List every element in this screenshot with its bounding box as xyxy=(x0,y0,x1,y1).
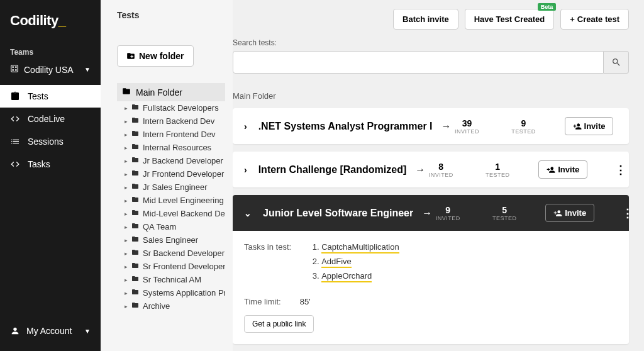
clipboard-icon xyxy=(10,91,20,101)
folder-item[interactable]: ▸ Archive xyxy=(125,299,225,313)
invite-button[interactable]: Invite xyxy=(545,204,594,222)
invited-stat: 8 INVITED xyxy=(425,162,457,178)
folder-label: Jr Frontend Developer xyxy=(143,169,224,179)
folder-label: Mid Level Engineering xyxy=(143,196,224,205)
open-test-arrow-icon[interactable]: → xyxy=(415,164,425,176)
caret-right-icon: ▸ xyxy=(125,198,128,204)
folder-item[interactable]: ▸ Intern Frontend Dev xyxy=(125,128,225,141)
batch-invite-button[interactable]: Batch invite xyxy=(393,9,458,30)
folder-item[interactable]: ▸ Sr Frontend Developer xyxy=(125,260,225,273)
main-folder[interactable]: Main Folder xyxy=(117,83,225,101)
team-selector[interactable]: Codility USA ▼ xyxy=(0,59,101,85)
search-input[interactable] xyxy=(233,51,604,74)
caret-right-icon: ▸ xyxy=(125,118,128,125)
task-link[interactable]: AddFive xyxy=(321,257,352,268)
have-test-created-button[interactable]: Beta Have Test Created xyxy=(465,9,554,30)
search-button[interactable] xyxy=(604,51,629,74)
folder-item[interactable]: ▸ Sr Technical AM xyxy=(125,273,225,286)
new-folder-button[interactable]: New folder xyxy=(117,45,194,67)
invite-button[interactable]: Invite xyxy=(538,160,587,179)
folder-label: QA Team xyxy=(143,222,176,231)
nav-tasks[interactable]: Tasks xyxy=(0,153,101,176)
folder-label: Archive xyxy=(143,301,170,311)
code-icon xyxy=(10,114,20,124)
add-user-icon xyxy=(573,122,582,131)
task-link[interactable]: AppleOrchard xyxy=(321,271,372,282)
caret-down-icon: ▼ xyxy=(84,328,91,335)
plus-icon: + xyxy=(570,14,575,24)
folder-label: Internal Resources xyxy=(143,143,211,152)
logo[interactable]: Codility_ xyxy=(0,0,101,42)
create-test-button[interactable]: +Create test xyxy=(560,9,629,30)
team-name: Codility USA xyxy=(24,65,74,75)
account-label: My Account xyxy=(26,326,72,336)
caret-right-icon: ▸ xyxy=(125,224,128,230)
nav-tests[interactable]: Tests xyxy=(0,85,101,108)
brackets-icon xyxy=(10,159,20,169)
public-link-button[interactable]: Get a public link xyxy=(244,315,314,333)
folder-item[interactable]: ▸ Sales Engineer xyxy=(125,233,225,247)
nav-label: Sessions xyxy=(28,136,64,147)
tested-count: 9 xyxy=(508,118,540,128)
caret-right-icon: ▸ xyxy=(125,237,128,243)
more-icon[interactable]: ⋮ xyxy=(638,120,644,133)
svg-rect-0 xyxy=(11,65,18,72)
add-user-icon xyxy=(547,165,555,174)
folder-item[interactable]: ▸ Fullstack Developers xyxy=(125,101,225,114)
account-menu[interactable]: My Account ▼ xyxy=(0,316,101,351)
open-test-arrow-icon[interactable]: → xyxy=(441,121,452,132)
folder-item[interactable]: ▸ Intern Backend Dev xyxy=(125,114,225,128)
time-limit-value: 85' xyxy=(300,297,311,306)
topbar: Batch invite Beta Have Test Created +Cre… xyxy=(233,0,644,38)
open-test-arrow-icon[interactable]: → xyxy=(422,208,432,219)
caret-right-icon: ▸ xyxy=(125,211,128,217)
folder-item[interactable]: ▸ QA Team xyxy=(125,220,225,233)
more-icon[interactable]: ⋮ xyxy=(613,163,628,177)
breadcrumb[interactable]: Main Folder xyxy=(233,91,629,101)
sidebar: Codility_ Teams Codility USA ▼ Tests Cod… xyxy=(0,0,101,351)
invited-count: 8 xyxy=(425,162,457,172)
expand-chevron-icon[interactable]: › xyxy=(244,121,247,131)
task-item: AppleOrchard xyxy=(321,271,399,281)
content: Search tests: Main Folder › .NET Systems… xyxy=(233,38,644,351)
beta-badge: Beta xyxy=(538,3,557,11)
caret-right-icon: ▸ xyxy=(125,145,128,151)
btn-label: Batch invite xyxy=(402,14,449,24)
folder-item[interactable]: ▸ Mid Level Engineering xyxy=(125,194,225,207)
folder-label: Sr Backend Developer xyxy=(143,248,225,258)
tested-stat: 1 TESTED xyxy=(482,162,513,178)
nav-label: Tasks xyxy=(28,159,50,169)
folder-item[interactable]: ▸ Mid-Level Backend Dev... xyxy=(125,207,225,220)
test-stats: 39 INVITED 9 TESTED Invite ⋮ xyxy=(452,117,644,135)
folder-item[interactable]: ▸ Jr Sales Engineer xyxy=(125,181,225,194)
caret-right-icon: ▸ xyxy=(125,184,128,191)
caret-right-icon: ▸ xyxy=(125,171,128,177)
invited-count: 39 xyxy=(452,118,483,128)
nav-sessions[interactable]: Sessions xyxy=(0,130,101,153)
page-title: Tests xyxy=(117,10,225,20)
folder-item[interactable]: ▸ Systems Application Pr... xyxy=(125,286,225,299)
test-body: Tasks in test: CaptchaMultiplicationAddF… xyxy=(233,231,629,344)
task-link[interactable]: CaptchaMultiplication xyxy=(321,242,399,254)
folder-icon xyxy=(131,169,139,179)
expand-chevron-icon[interactable]: › xyxy=(244,165,247,175)
test-header: ⌄ Junior Level Software Engineer → 9 INV… xyxy=(233,195,629,231)
folder-item[interactable]: ▸ Jr Backend Developer xyxy=(125,154,225,167)
folder-icon xyxy=(131,275,139,284)
svg-point-5 xyxy=(13,328,16,331)
folder-label: Mid-Level Backend Dev... xyxy=(143,209,225,218)
nav-codelive[interactable]: CodeLive xyxy=(0,108,101,130)
expand-chevron-icon[interactable]: ⌄ xyxy=(244,208,252,218)
logo-text: Codility xyxy=(10,13,58,28)
folder-icon xyxy=(131,262,139,271)
task-list: CaptchaMultiplicationAddFiveAppleOrchard xyxy=(310,242,399,286)
folder-item[interactable]: ▸ Jr Frontend Developer xyxy=(125,167,225,181)
folder-icon xyxy=(131,288,139,298)
folder-icon xyxy=(131,301,139,311)
more-icon[interactable]: ⋮ xyxy=(619,206,635,220)
caret-right-icon: ▸ xyxy=(125,290,128,296)
folder-item[interactable]: ▸ Sr Backend Developer xyxy=(125,247,225,260)
invite-button[interactable]: Invite xyxy=(565,117,614,135)
svg-rect-1 xyxy=(13,67,14,68)
folder-item[interactable]: ▸ Internal Resources xyxy=(125,141,225,154)
